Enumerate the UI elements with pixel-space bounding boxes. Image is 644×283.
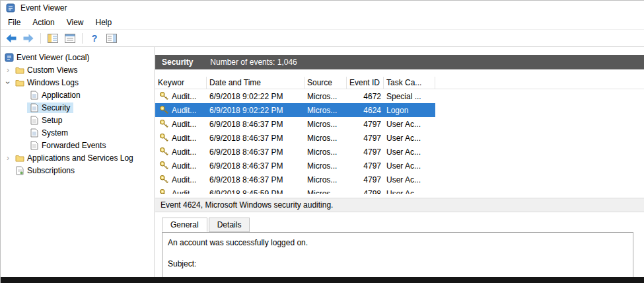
- datetime-value: 6/9/2018 8:46:37 PM: [207, 147, 304, 157]
- task-category-value: Special ...: [384, 92, 435, 101]
- menu-help[interactable]: Help: [90, 16, 118, 29]
- datetime-value: 6/9/2018 9:02:22 PM: [207, 106, 304, 115]
- main-area: Event Viewer (Local) › Custom Views ›: [1, 47, 644, 277]
- help-icon: ?: [92, 33, 98, 44]
- event-id-value: 4672: [347, 92, 384, 101]
- tree-root-event-viewer-local[interactable]: Event Viewer (Local): [1, 51, 154, 63]
- chevron-down-icon[interactable]: ›: [4, 78, 12, 87]
- keywords-value: Audit...: [172, 161, 196, 171]
- list-icon: [65, 34, 75, 43]
- keywords-value: Audit...: [172, 120, 196, 129]
- forward-button[interactable]: [20, 31, 36, 46]
- event-row[interactable]: Audit... 6/9/2018 8:46:37 PM Micros... 4…: [155, 145, 435, 159]
- event-row[interactable]: Audit... 6/9/2018 8:45:59 PM Micros... 4…: [155, 186, 435, 194]
- log-name: Security: [162, 58, 193, 67]
- source-value: Micros...: [304, 92, 347, 101]
- event-list: Audit... 6/9/2018 9:02:22 PM Micros... 4…: [155, 89, 644, 194]
- event-row[interactable]: Audit... 6/9/2018 8:46:37 PM Micros... 4…: [155, 117, 435, 131]
- tab-general[interactable]: General: [162, 218, 207, 232]
- tree-item-subscriptions[interactable]: Subscriptions: [1, 164, 154, 177]
- tree-item-windows-logs[interactable]: › Windows Logs: [1, 76, 154, 89]
- toolbar-separator: [40, 33, 41, 44]
- column-source[interactable]: Source: [304, 77, 347, 89]
- event-id-value: 4624: [347, 106, 384, 115]
- forward-arrow-icon: [22, 33, 34, 44]
- event-id-value: 4797: [347, 120, 384, 129]
- source-value: Micros...: [304, 120, 347, 129]
- preview-pane: Event 4624, Microsoft Windows security a…: [155, 198, 644, 277]
- chevron-right-icon[interactable]: ›: [3, 154, 13, 162]
- event-id-value: 4797: [347, 175, 384, 184]
- keywords-value: Audit...: [172, 189, 196, 194]
- tree-item-applications-and-services-logs[interactable]: › Applications and Services Log: [1, 151, 154, 164]
- menu-action[interactable]: Action: [26, 16, 60, 29]
- tree-item-application[interactable]: Application: [1, 89, 154, 101]
- folder-icon: [14, 79, 26, 87]
- column-event-id[interactable]: Event ID: [347, 77, 384, 89]
- keywords-value: Audit...: [172, 147, 196, 157]
- task-category-value: User Ac...: [384, 189, 435, 194]
- back-arrow-icon: [5, 33, 17, 44]
- show-action-pane-button[interactable]: [104, 31, 120, 46]
- event-description-box[interactable]: An account was successfully logged on. S…: [162, 232, 633, 281]
- tree-item-label: Event Viewer (Local): [15, 53, 90, 62]
- source-value: Micros...: [304, 189, 347, 194]
- event-log-icon: [28, 91, 40, 100]
- tab-details[interactable]: Details: [209, 218, 250, 232]
- folder-icon: [14, 66, 26, 74]
- tree-item-security[interactable]: Security: [1, 101, 154, 114]
- column-keywords[interactable]: Keywor: [155, 77, 207, 89]
- back-button[interactable]: [3, 31, 19, 46]
- event-id-value: 4797: [347, 161, 384, 171]
- event-viewer-icon: [3, 53, 15, 62]
- source-value: Micros...: [304, 175, 347, 184]
- column-task-category[interactable]: Task Ca...: [384, 77, 435, 89]
- audit-success-key-icon: [158, 119, 170, 129]
- menu-file[interactable]: File: [2, 16, 26, 29]
- keywords-value: Audit...: [172, 106, 196, 115]
- event-id-value: 4797: [347, 147, 384, 157]
- tree-item-forwarded-events[interactable]: Forwarded Events: [1, 139, 154, 151]
- column-header-row: Keywor Date and Time Source Event ID Tas…: [155, 75, 644, 89]
- tree-item-system[interactable]: System: [1, 126, 154, 139]
- event-row[interactable]: Audit... 6/9/2018 8:46:37 PM Micros... 4…: [155, 173, 435, 186]
- source-value: Micros...: [304, 106, 347, 115]
- event-viewer-app-icon[interactable]: [5, 3, 17, 13]
- audit-success-key-icon: [158, 188, 170, 194]
- log-header-bar: Security Number of events: 1,046: [155, 55, 644, 69]
- console-tree-icon: [48, 34, 58, 43]
- task-category-value: User Ac...: [384, 120, 435, 129]
- audit-success-key-icon: [158, 105, 170, 115]
- audit-success-key-icon: [158, 175, 170, 184]
- tree-item-label: Applications and Services Log: [26, 153, 133, 163]
- chevron-right-icon[interactable]: ›: [3, 66, 13, 74]
- menu-view[interactable]: View: [61, 16, 90, 29]
- help-button[interactable]: ?: [87, 31, 102, 46]
- subscriptions-icon: [14, 166, 26, 175]
- source-value: Micros...: [304, 147, 347, 157]
- task-category-value: User Ac...: [384, 147, 435, 157]
- tree-item-label: System: [40, 128, 68, 138]
- menu-bar: File Action View Help: [1, 15, 644, 30]
- event-viewer-window: Event Viewer File Action View Help ?: [0, 0, 644, 283]
- export-list-button[interactable]: [62, 31, 78, 46]
- document-icon: [28, 141, 40, 150]
- event-id-value: 4798: [347, 189, 384, 194]
- tree-item-label: Custom Views: [26, 65, 77, 75]
- event-row[interactable]: Audit... 6/9/2018 9:02:22 PM Micros... 4…: [155, 89, 435, 103]
- tree-item-custom-views[interactable]: › Custom Views: [1, 63, 154, 76]
- keywords-value: Audit...: [172, 92, 196, 101]
- show-console-tree-button[interactable]: [45, 31, 61, 46]
- tree-item-label: Setup: [40, 116, 62, 125]
- datetime-value: 6/9/2018 8:45:59 PM: [207, 189, 304, 194]
- event-count: Number of events: 1,046: [210, 58, 297, 67]
- tree-item-setup[interactable]: Setup: [1, 114, 154, 126]
- source-value: Micros...: [304, 134, 347, 143]
- task-category-value: User Ac...: [384, 161, 435, 171]
- task-category-value: User Ac...: [384, 134, 435, 143]
- event-row-selected[interactable]: Audit... 6/9/2018 9:02:22 PM Micros... 4…: [155, 103, 435, 117]
- column-date-and-time[interactable]: Date and Time: [207, 77, 304, 89]
- event-row[interactable]: Audit... 6/9/2018 8:46:37 PM Micros... 4…: [155, 159, 435, 173]
- event-row[interactable]: Audit... 6/9/2018 8:46:37 PM Micros... 4…: [155, 131, 435, 145]
- tree-item-label: Windows Logs: [26, 78, 79, 87]
